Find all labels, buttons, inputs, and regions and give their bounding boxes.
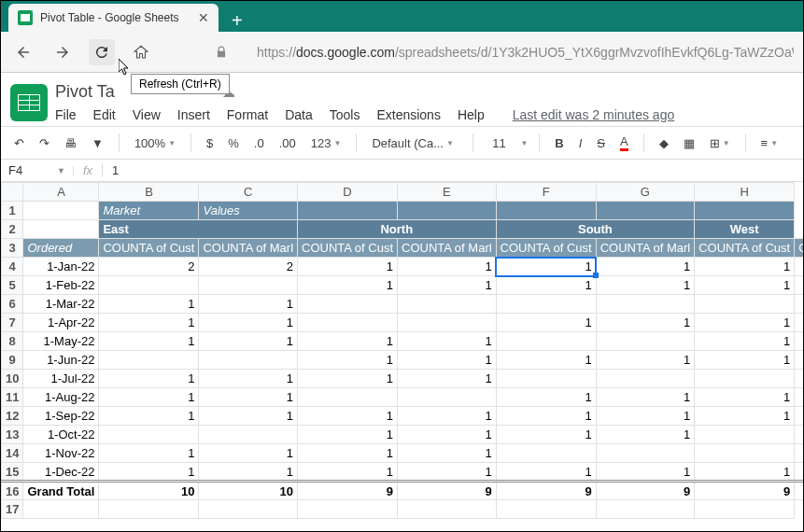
menu-file[interactable]: File	[55, 107, 77, 122]
col-header[interactable]: E	[398, 183, 497, 202]
pivot-data-cell[interactable]: 1	[398, 351, 497, 370]
pivot-date-cell[interactable]: 1-Nov-22	[23, 444, 99, 463]
pivot-data-cell[interactable]: 1	[596, 351, 695, 370]
pivot-date-cell[interactable]: 1-Jun-22	[23, 351, 99, 370]
pivot-data-cell[interactable]: 1	[398, 407, 497, 426]
font-select[interactable]: Default (Ca...▼	[368, 133, 461, 153]
pivot-data-cell[interactable]	[298, 295, 398, 314]
undo-button[interactable]: ↶	[10, 133, 28, 153]
pivot-date-cell[interactable]: 1-Dec-22	[23, 463, 99, 482]
pivot-data-cell[interactable]: 1	[496, 258, 596, 276]
menu-data[interactable]: Data	[285, 107, 313, 122]
pivot-data-cell[interactable]: 1	[795, 314, 803, 332]
pivot-data-cell[interactable]: 1	[596, 407, 695, 426]
pivot-data-cell[interactable]: 1	[795, 351, 803, 370]
menu-extensions[interactable]: Extensions	[376, 107, 440, 122]
pivot-date-cell[interactable]: 1-Apr-22	[23, 314, 99, 332]
pivot-data-cell[interactable]: 1	[596, 258, 695, 276]
pivot-data-cell[interactable]	[795, 370, 803, 388]
pivot-data-cell[interactable]	[596, 332, 695, 351]
pivot-date-cell[interactable]: 1-May-22	[23, 332, 99, 351]
pivot-data-cell[interactable]: 1	[398, 332, 497, 351]
pivot-data-cell[interactable]	[298, 388, 398, 407]
pivot-data-cell[interactable]: 1	[298, 444, 398, 463]
browser-tab[interactable]: Pivot Table - Google Sheets ✕	[8, 4, 219, 32]
fontsize-select[interactable]: 11	[485, 133, 513, 153]
pivot-data-cell[interactable]: 1	[99, 370, 199, 388]
new-tab-button[interactable]: +	[219, 10, 256, 32]
pivot-data-cell[interactable]: 1	[199, 463, 298, 482]
select-all-corner[interactable]	[2, 183, 23, 202]
pivot-data-cell[interactable]: 1	[199, 407, 298, 426]
pivot-data-cell[interactable]	[298, 314, 398, 332]
pivot-data-cell[interactable]	[99, 351, 199, 370]
pivot-data-cell[interactable]: 1	[199, 332, 298, 351]
pivot-data-cell[interactable]	[596, 295, 695, 314]
pivot-data-cell[interactable]	[795, 407, 803, 426]
pivot-data-cell[interactable]: 1	[298, 407, 398, 426]
pivot-data-cell[interactable]: 1	[795, 276, 803, 295]
print-button[interactable]: 🖶	[61, 133, 80, 153]
pivot-data-cell[interactable]	[496, 332, 596, 351]
pivot-data-cell[interactable]: 1	[496, 388, 596, 407]
pivot-data-cell[interactable]: 1	[99, 314, 199, 332]
pivot-date-cell[interactable]: 1-Feb-22	[23, 276, 99, 295]
pivot-data-cell[interactable]	[99, 276, 199, 295]
back-button[interactable]	[10, 39, 36, 65]
pivot-data-cell[interactable]: 1	[99, 463, 199, 482]
pivot-data-cell[interactable]: 1	[496, 314, 596, 332]
pivot-data-cell[interactable]: 1	[398, 258, 497, 276]
pivot-data-cell[interactable]	[199, 426, 298, 444]
pivot-data-cell[interactable]	[99, 426, 199, 444]
pivot-data-cell[interactable]: 1	[199, 370, 298, 388]
pivot-total-cell[interactable]: 9	[695, 482, 795, 500]
pivot-data-cell[interactable]: 1	[695, 407, 795, 426]
pivot-data-cell[interactable]: 1	[99, 332, 199, 351]
pivot-total-cell[interactable]: 10	[99, 482, 199, 500]
url-field[interactable]: https://docs.google.com/spreadsheets/d/1…	[247, 45, 794, 60]
pivot-data-cell[interactable]	[596, 444, 695, 463]
pivot-data-cell[interactable]: 1	[298, 370, 398, 388]
bold-button[interactable]: B	[551, 133, 567, 153]
pivot-data-cell[interactable]: 1	[398, 444, 497, 463]
pivot-data-cell[interactable]: 1	[795, 295, 803, 314]
col-header[interactable]: H	[695, 183, 795, 202]
lock-icon[interactable]	[208, 39, 234, 65]
pivot-date-cell[interactable]: 1-Sep-22	[23, 407, 99, 426]
formula-input[interactable]: 1	[103, 163, 128, 177]
redo-button[interactable]: ↷	[35, 133, 53, 153]
col-header[interactable]: A	[23, 183, 99, 202]
sheets-logo-icon[interactable]	[10, 84, 48, 121]
pivot-data-cell[interactable]: 1	[795, 332, 803, 351]
pivot-date-cell[interactable]: 1-Mar-22	[23, 295, 99, 314]
pivot-data-cell[interactable]	[496, 295, 596, 314]
paint-format-button[interactable]: ▼	[88, 133, 107, 153]
pivot-data-cell[interactable]: 1	[695, 351, 795, 370]
close-tab-icon[interactable]: ✕	[198, 10, 209, 25]
pivot-data-cell[interactable]: 1	[99, 407, 199, 426]
borders-button[interactable]: ▦	[680, 133, 698, 153]
pivot-data-cell[interactable]: 1	[496, 351, 596, 370]
text-color-button[interactable]: A	[616, 132, 632, 154]
pivot-total-cell[interactable]: 9	[298, 482, 398, 500]
pivot-data-cell[interactable]: 1	[695, 258, 795, 276]
pivot-data-cell[interactable]: 1	[496, 407, 596, 426]
pivot-data-cell[interactable]: 1	[99, 295, 199, 314]
pivot-data-cell[interactable]: 1	[795, 426, 803, 444]
menu-view[interactable]: View	[133, 107, 161, 122]
pivot-data-cell[interactable]: 1	[199, 314, 298, 332]
pivot-data-cell[interactable]: 1	[398, 463, 497, 482]
pivot-date-cell[interactable]: 1-Oct-22	[23, 426, 99, 444]
pivot-data-cell[interactable]: 1	[298, 463, 398, 482]
pivot-data-cell[interactable]: 1	[99, 388, 199, 407]
name-box[interactable]: F4	[1, 163, 57, 177]
pivot-data-cell[interactable]	[199, 351, 298, 370]
menu-insert[interactable]: Insert	[177, 107, 210, 122]
pivot-total-cell[interactable]: 9	[596, 482, 695, 500]
pivot-data-cell[interactable]	[398, 295, 497, 314]
fontsize-arrow-icon[interactable]: ▼	[520, 139, 528, 147]
pivot-data-cell[interactable]: 1	[398, 276, 497, 295]
pivot-data-cell[interactable]: 1	[298, 332, 398, 351]
pivot-data-cell[interactable]	[695, 295, 795, 314]
pivot-data-cell[interactable]: 1	[298, 351, 398, 370]
